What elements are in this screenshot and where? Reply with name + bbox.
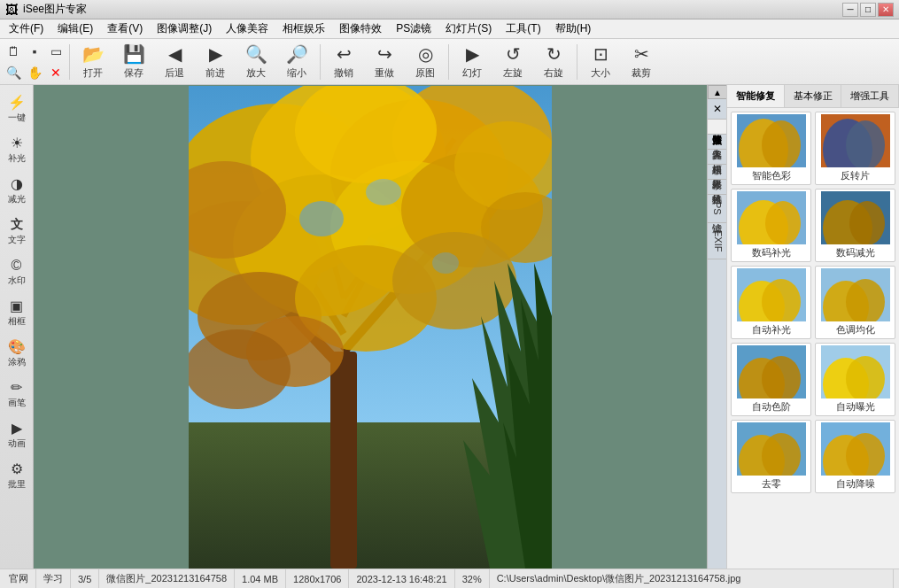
toolbar-sep-2 (320, 44, 321, 80)
tab-smart-repair[interactable]: 智能修复 (727, 85, 785, 107)
menu-portrait[interactable]: 人像美容 (219, 20, 275, 38)
toolbar-new-btn[interactable]: 🗒 (4, 42, 23, 61)
tool-yijian[interactable]: ⚡ 一键 (1, 89, 33, 129)
right-panel: 智能修复 基本修正 增强工具 (726, 85, 899, 569)
resize-icon: ⊡ (593, 43, 608, 65)
undo-icon: ↩ (337, 43, 352, 65)
vtab-photo-repair[interactable]: 照片修复 (708, 120, 726, 135)
tool-jianguang[interactable]: ◑ 减光 (1, 170, 33, 211)
toolbar-rotleft-button[interactable]: ↺ 左旋 (493, 42, 532, 82)
effect-auto-fill[interactable]: 自动补光 (731, 266, 811, 339)
tool-tumo[interactable]: 🎨 涂鸦 (1, 333, 33, 374)
toolbar-back-button[interactable]: ◀ 后退 (155, 42, 194, 82)
status-datetime: 2023-12-13 16:48:21 (349, 569, 454, 588)
effect-digital-reduce[interactable]: 数码减光 (815, 189, 895, 262)
zoomout-icon: 🔎 (286, 43, 308, 65)
menu-image-adjust[interactable]: 图像调整(J) (150, 20, 219, 38)
menu-view[interactable]: 查看(V) (100, 20, 150, 38)
toolbar-zoomout-button[interactable]: 🔎 缩小 (277, 42, 316, 82)
effect-auto-expose[interactable]: 自动曝光 (815, 343, 895, 416)
menu-image-effect[interactable]: 图像特效 (332, 20, 389, 38)
toolbar-zoomin-button[interactable]: 🔍 放大 (236, 42, 275, 82)
toolbar-zoom-btn[interactable]: 🔍 (4, 63, 23, 82)
toolbar-open-button[interactable]: 📂 打开 (74, 42, 112, 82)
toolbar-rotright-button[interactable]: ↻ 右旋 (534, 42, 573, 82)
vtab-exif[interactable]: EXIF (708, 223, 726, 259)
status-dimensions: 1280x1706 (286, 569, 349, 588)
effect-denoise[interactable]: 去零 (731, 420, 811, 493)
crop-icon: ✂ (634, 43, 649, 65)
toolbar-slideshow-button[interactable]: ▶ 幻灯 (453, 42, 492, 82)
titlebar: 🖼 iSee图片专家 ─ □ ✕ (0, 0, 899, 19)
effect-thumb-smart-color (737, 114, 806, 167)
effect-thumb-auto-shadow (737, 345, 806, 398)
menu-file[interactable]: 文件(F) (2, 20, 50, 38)
tool-pili[interactable]: ⚙ 批里 (1, 455, 33, 496)
tool-shuiyin[interactable]: © 水印 (1, 251, 33, 292)
status-official[interactable]: 官网 (5, 569, 36, 588)
effect-thumb-digital-fill (737, 191, 806, 244)
tool-donghua[interactable]: ▶ 动画 (1, 414, 33, 455)
tool-kuangjia[interactable]: ▣ 相框 (1, 292, 33, 333)
svg-rect-3 (330, 352, 357, 569)
image-area (34, 85, 707, 569)
effect-digital-fill[interactable]: 数码补光 (731, 189, 811, 262)
menu-tools[interactable]: 工具(T) (499, 20, 547, 38)
toolbar-hand-btn[interactable]: ✋ (25, 63, 44, 82)
close-button[interactable]: ✕ (878, 3, 894, 17)
tool-huabi[interactable]: ✏ 画笔 (1, 374, 33, 414)
toolbar-save-button[interactable]: 💾 保存 (114, 42, 153, 82)
vtab-portrait-beauty[interactable]: 人像美容 (708, 135, 726, 150)
menu-help[interactable]: 帮助(H) (548, 20, 599, 38)
effect-auto-denoise[interactable]: 自动降噪 (815, 420, 895, 493)
status-filesize: 1.04 MB (235, 569, 286, 588)
vtab-close[interactable]: ✕ (708, 99, 726, 120)
status-page: 3/5 (71, 569, 99, 588)
effect-thumb-invert (821, 114, 890, 167)
toolbar-open-btn2[interactable]: ▪ (25, 42, 44, 61)
effect-invert[interactable]: 反转片 (815, 112, 895, 185)
toolbar-group-file: 🗒 ▪ ▭ 🔍 ✋ ✕ (4, 42, 66, 82)
tool-buguang[interactable]: ☀ 补光 (1, 129, 33, 170)
menu-slideshow[interactable]: 幻灯片(S) (438, 20, 499, 38)
effect-auto-shadow[interactable]: 自动色阶 (731, 343, 811, 416)
effects-scroll-area[interactable]: 智能色彩 反转片 (727, 108, 899, 569)
back-icon: ◀ (168, 43, 182, 65)
toolbar-forward-button[interactable]: ▶ 前进 (196, 42, 235, 82)
right-panel-tabs: 智能修复 基本修正 增强工具 (727, 85, 899, 108)
toolbar-undo-button[interactable]: ↩ 撤销 (324, 42, 363, 82)
menu-frame[interactable]: 相框娱乐 (275, 20, 332, 38)
vtab-ps-filter[interactable]: PS滤镜 (708, 195, 726, 223)
rotate-left-icon: ↺ (506, 43, 521, 65)
svg-point-29 (299, 201, 344, 236)
status-study[interactable]: 学习 (36, 569, 71, 588)
vtab-style-effect[interactable]: 风格特效 (708, 180, 726, 195)
toolbar-original-button[interactable]: ◎ 原图 (406, 42, 445, 82)
svg-point-40 (765, 201, 801, 244)
status-filename: 微信图片_20231213164758 (99, 569, 235, 588)
status-filepath: C:\Users\admin\Desktop\微信图片_202312131647… (490, 569, 894, 588)
menu-edit[interactable]: 编辑(E) (50, 20, 100, 38)
vtab-shadow-effect[interactable]: 影楼效果 (708, 165, 726, 180)
toolbar-rect-btn[interactable]: ▭ (46, 42, 66, 61)
menu-ps-filter[interactable]: PS滤镜 (389, 20, 438, 38)
vtab-frame-fun[interactable]: 相框娱乐 (708, 150, 726, 165)
maximize-button[interactable]: □ (860, 3, 876, 17)
slideshow-icon: ▶ (466, 43, 479, 65)
tool-wenzi[interactable]: 文 文字 (1, 211, 33, 251)
effect-tone-equalize[interactable]: 色调均化 (815, 266, 895, 339)
effect-thumb-auto-denoise (821, 422, 890, 476)
minimize-button[interactable]: ─ (842, 3, 858, 17)
effect-smart-color[interactable]: 智能色彩 (731, 112, 811, 185)
huabi-icon: ✏ (11, 379, 22, 396)
vtab-scroll-up[interactable]: ▲ (708, 85, 726, 99)
toolbar-crop-button[interactable]: ✂ 裁剪 (622, 42, 661, 82)
toolbar-sep-4 (577, 44, 577, 80)
toolbar-redo-button[interactable]: ↪ 重做 (365, 42, 404, 82)
svg-point-31 (432, 252, 459, 274)
toolbar-delete-btn[interactable]: ✕ (46, 63, 66, 82)
toolbar-resize-button[interactable]: ⊡ 大小 (581, 42, 620, 82)
tab-enhance[interactable]: 增强工具 (841, 85, 899, 107)
tab-basic-fix[interactable]: 基本修正 (785, 85, 842, 107)
status-zoom: 32% (455, 569, 490, 588)
